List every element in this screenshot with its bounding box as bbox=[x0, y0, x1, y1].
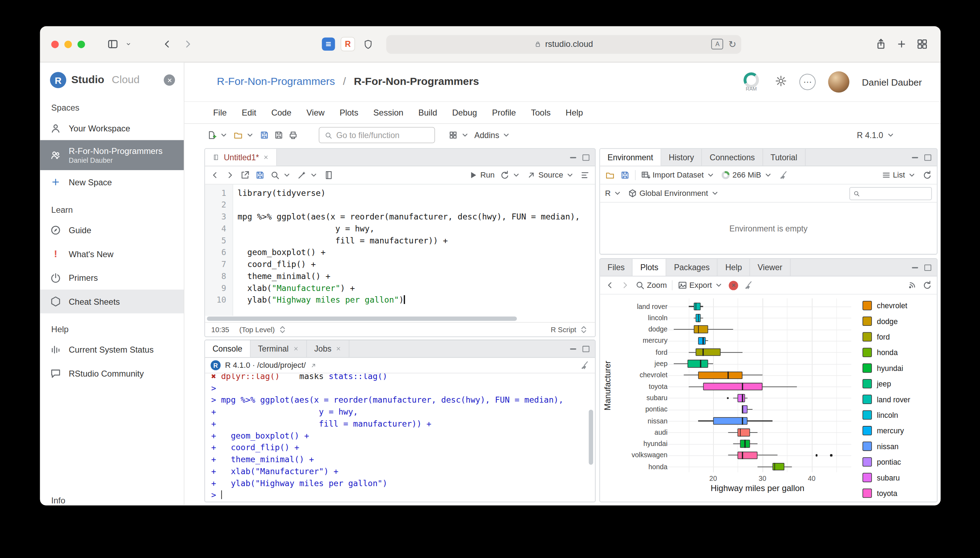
reload-icon[interactable]: ↻ bbox=[728, 38, 736, 50]
source-button[interactable]: Source bbox=[527, 170, 575, 180]
menu-debug[interactable]: Debug bbox=[445, 108, 484, 117]
tab-history[interactable]: History bbox=[661, 149, 702, 166]
editor-hscrollbar[interactable] bbox=[205, 316, 595, 322]
breadcrumb-space-link[interactable]: R-For-Non-Programmers bbox=[217, 76, 335, 88]
tab-viewer[interactable]: Viewer bbox=[750, 259, 790, 276]
list-view-dropdown[interactable]: List bbox=[881, 170, 917, 180]
open-file-button[interactable] bbox=[233, 130, 255, 140]
panes-grid-icon[interactable] bbox=[448, 130, 470, 140]
find-replace-icon[interactable] bbox=[270, 170, 292, 180]
document-outline-icon[interactable] bbox=[580, 170, 590, 180]
goto-file-function-input[interactable]: Go to file/function bbox=[319, 127, 435, 143]
console-vscroll-thumb[interactable] bbox=[589, 410, 593, 464]
rerun-button[interactable] bbox=[499, 170, 521, 180]
tab-connections[interactable]: Connections bbox=[702, 149, 763, 166]
tab-console[interactable]: Console bbox=[205, 340, 250, 357]
export-dropdown[interactable]: Export bbox=[677, 280, 724, 290]
menu-build[interactable]: Build bbox=[411, 108, 445, 117]
more-options-icon[interactable]: ⋯ bbox=[799, 74, 816, 90]
extension-shield-icon[interactable] bbox=[360, 37, 376, 52]
maximize-pane-icon[interactable] bbox=[924, 154, 931, 161]
global-environment-dropdown[interactable]: Global Environment bbox=[628, 188, 720, 198]
publish-icon[interactable] bbox=[907, 280, 917, 290]
menu-code[interactable]: Code bbox=[263, 108, 299, 117]
next-plot-icon[interactable] bbox=[620, 280, 630, 290]
code-tools-icon[interactable] bbox=[297, 170, 319, 180]
sidebar-item-cheat-sheets[interactable]: Cheat Sheets bbox=[40, 290, 184, 313]
console-output[interactable]: ✖ dplyr::lag() masks stats::lag()>> mpg … bbox=[205, 373, 595, 502]
tab-overview-icon[interactable] bbox=[915, 37, 930, 52]
minimize-pane-icon[interactable] bbox=[912, 157, 918, 158]
maximize-pane-icon[interactable] bbox=[582, 154, 590, 161]
tab-environment[interactable]: Environment bbox=[600, 149, 661, 166]
translate-icon[interactable]: A bbox=[712, 39, 723, 49]
menu-view[interactable]: View bbox=[299, 108, 332, 117]
tab-jobs[interactable]: Jobs bbox=[307, 340, 350, 357]
sidebar-item-what-s-new[interactable]: !What's New bbox=[40, 242, 184, 266]
close-tab-icon[interactable] bbox=[263, 155, 269, 160]
ram-gauge[interactable]: RAM bbox=[740, 72, 762, 92]
menu-file[interactable]: File bbox=[206, 108, 234, 117]
hscroll-thumb[interactable] bbox=[207, 316, 517, 320]
new-tab-icon[interactable] bbox=[894, 37, 909, 52]
user-avatar[interactable] bbox=[828, 71, 849, 92]
extension-rstudio-icon[interactable]: R bbox=[341, 37, 355, 51]
scope-selector[interactable]: (Top Level) bbox=[239, 325, 288, 334]
sidebar-item-new-space[interactable]: New Space bbox=[40, 170, 184, 194]
forward-button[interactable] bbox=[180, 37, 195, 52]
tab-plots[interactable]: Plots bbox=[633, 259, 667, 276]
maximize-window-button[interactable] bbox=[77, 41, 85, 48]
sidebar-item-r-for-non-programmers[interactable]: R-For-Non-ProgrammersDaniel Dauber bbox=[40, 140, 184, 170]
extension-stack-icon[interactable] bbox=[322, 38, 335, 51]
tab-tutorial[interactable]: Tutorial bbox=[763, 149, 805, 166]
import-dataset-dropdown[interactable]: Import Dataset bbox=[641, 170, 716, 180]
settings-gear-icon[interactable] bbox=[775, 75, 787, 89]
save-workspace-icon[interactable] bbox=[620, 170, 630, 180]
r-version-dropdown[interactable]: R 4.1.0 bbox=[857, 130, 895, 140]
tab-terminal[interactable]: Terminal bbox=[250, 340, 307, 357]
memory-usage-dropdown[interactable]: 266 MiB bbox=[721, 170, 773, 180]
load-workspace-icon[interactable] bbox=[605, 170, 615, 180]
clear-console-icon[interactable] bbox=[579, 360, 589, 370]
menu-profile[interactable]: Profile bbox=[484, 108, 524, 117]
menu-tools[interactable]: Tools bbox=[524, 108, 558, 117]
share-icon[interactable] bbox=[873, 37, 888, 52]
doc-type-selector[interactable]: R Script bbox=[551, 325, 589, 334]
tab-packages[interactable]: Packages bbox=[666, 259, 718, 276]
sidebar-item-guide[interactable]: Guide bbox=[40, 218, 184, 242]
addins-dropdown[interactable]: Addins bbox=[474, 130, 511, 140]
menu-help[interactable]: Help bbox=[558, 108, 591, 117]
sidebar-item-rstudio-community[interactable]: RStudio Community bbox=[40, 361, 184, 385]
address-bar[interactable]: rstudio.cloud A ↻ bbox=[386, 35, 741, 54]
sidebar-item-primers[interactable]: Primers bbox=[40, 266, 184, 290]
compile-report-icon[interactable] bbox=[324, 170, 334, 180]
sidebar-item-current-system-status[interactable]: Current System Status bbox=[40, 338, 184, 361]
sidebar-footer-info[interactable]: Info bbox=[51, 496, 65, 505]
code-editor[interactable]: 1library(tidyverse)23mpg %>% ggplot(aes(… bbox=[205, 185, 595, 316]
new-file-button[interactable] bbox=[207, 130, 229, 140]
clear-environment-icon[interactable] bbox=[778, 170, 788, 180]
sidebar-chevron-icon[interactable] bbox=[121, 37, 136, 52]
run-button[interactable]: Run bbox=[468, 170, 494, 180]
clear-plots-icon[interactable] bbox=[743, 280, 753, 290]
minimize-pane-icon[interactable] bbox=[912, 267, 918, 268]
close-terminal-icon[interactable] bbox=[293, 346, 298, 351]
save-doc-icon[interactable] bbox=[255, 170, 265, 180]
minimize-pane-icon[interactable] bbox=[570, 157, 576, 158]
menu-session[interactable]: Session bbox=[366, 108, 411, 117]
menu-edit[interactable]: Edit bbox=[234, 108, 263, 117]
tab-help[interactable]: Help bbox=[718, 259, 750, 276]
maximize-pane-icon[interactable] bbox=[924, 264, 931, 271]
language-selector[interactable]: R bbox=[605, 188, 623, 198]
close-jobs-icon[interactable] bbox=[336, 346, 342, 351]
minimize-window-button[interactable] bbox=[64, 41, 72, 48]
sidebar-toggle-icon[interactable] bbox=[105, 37, 120, 52]
open-in-new-icon[interactable] bbox=[310, 362, 317, 369]
save-all-button[interactable] bbox=[274, 130, 284, 140]
print-button[interactable] bbox=[288, 130, 298, 140]
previous-plot-icon[interactable] bbox=[605, 280, 615, 290]
back-button[interactable] bbox=[159, 37, 175, 52]
minimize-pane-icon[interactable] bbox=[570, 348, 576, 350]
maximize-pane-icon[interactable] bbox=[582, 346, 590, 352]
remove-plot-icon[interactable] bbox=[729, 281, 738, 290]
